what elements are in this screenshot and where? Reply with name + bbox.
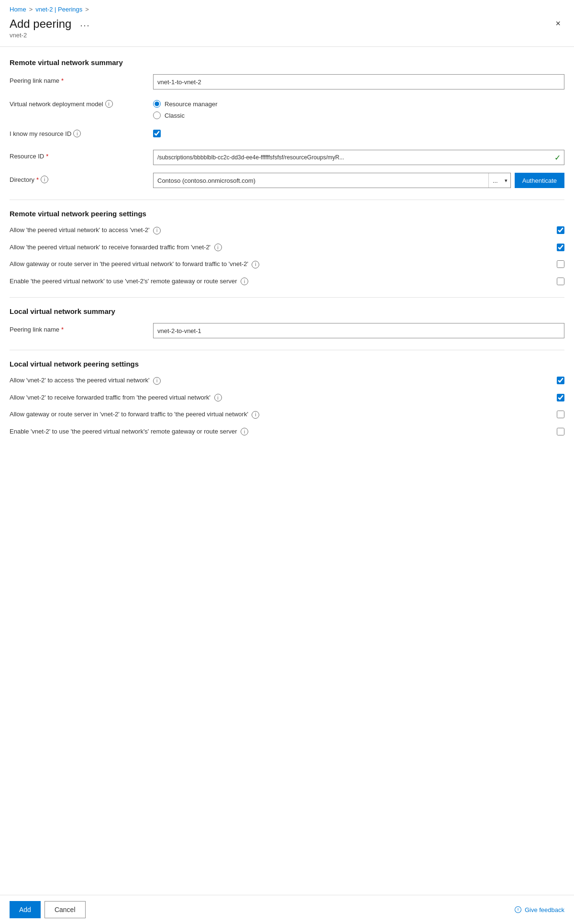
peering-link-name-input[interactable] [153,74,564,89]
know-resource-id-label: I know my resource ID i [10,127,153,137]
resource-id-label: Resource ID * [10,150,153,160]
remote-setting-row-3: Allow gateway or route server in 'the pe… [10,259,564,269]
bottom-bar: Add Cancel Give feedback [0,895,574,924]
local-peering-link-name-control [153,323,564,338]
feedback-link[interactable]: Give feedback [514,906,564,913]
breadcrumb-sep-1: > [29,6,33,13]
directory-info-icon[interactable]: i [41,176,48,183]
local-peering-link-name-input[interactable] [153,323,564,338]
local-peering-link-name-label: Peering link name * [10,323,153,333]
remote-summary-title: Remote virtual network summary [10,58,564,67]
directory-label: Directory * i [10,173,153,183]
local-setting-label-2: Allow 'vnet-2' to receive forwarded traf… [10,393,557,402]
remote-setting-row-4: Enable 'the peered virtual network' to u… [10,277,564,286]
remote-peering-section: Remote virtual network peering settings … [10,210,564,286]
remote-setting-1-info-icon[interactable]: i [153,227,161,234]
local-setting-row-4: Enable 'vnet-2' to use 'the peered virtu… [10,427,564,436]
deployment-model-info-icon[interactable]: i [105,100,113,108]
directory-select[interactable]: Contoso (contoso.onmicrosoft.com) [154,173,488,188]
page-title: Add peering [10,17,71,31]
directory-ellipsis-button[interactable]: ... [489,173,502,188]
main-content: Remote virtual network summary Peering l… [0,47,574,491]
breadcrumb-vnet-peerings[interactable]: vnet-2 | Peerings [35,6,82,13]
remote-setting-2-info-icon[interactable]: i [214,244,222,251]
divider-2 [10,297,564,298]
local-setting-2-info-icon[interactable]: i [214,394,222,401]
close-button[interactable]: × [552,17,564,31]
remote-peering-title: Remote virtual network peering settings [10,210,564,218]
directory-row: Directory * i Contoso (contoso.onmicroso… [10,173,564,188]
local-summary-section: Local virtual network summary Peering li… [10,307,564,338]
radio-classic-input[interactable] [153,111,161,119]
deployment-model-row: Virtual network deployment model i Resou… [10,97,564,119]
local-setting-label-3: Allow gateway or route server in 'vnet-2… [10,410,557,419]
breadcrumb-sep-2: > [85,6,89,13]
remote-setting-label-2: Allow 'the peered virtual network' to re… [10,243,557,252]
resource-id-row: Resource ID * ✓ [10,150,564,165]
peering-link-name-label: Peering link name * [10,74,153,84]
local-setting-row-1: Allow 'vnet-2' to access 'the peered vir… [10,376,564,385]
local-peering-link-name-row: Peering link name * [10,323,564,338]
local-setting-row-2: Allow 'vnet-2' to receive forwarded traf… [10,393,564,402]
remote-setting-checkbox-2[interactable] [557,244,564,251]
know-resource-id-row: I know my resource ID i [10,127,564,142]
deployment-model-label: Virtual network deployment model i [10,97,153,108]
know-resource-id-checkbox[interactable] [153,130,161,137]
resource-id-check-icon: ✓ [554,153,561,162]
radio-resource-manager[interactable]: Resource manager [153,100,564,108]
peering-link-name-control [153,74,564,89]
remote-setting-label-1: Allow 'the peered virtual network' to ac… [10,225,557,235]
remote-setting-checkbox-3[interactable] [557,260,564,268]
local-setting-1-info-icon[interactable]: i [153,377,161,385]
know-resource-id-info-icon[interactable]: i [73,130,81,137]
local-setting-checkbox-2[interactable] [557,394,564,401]
required-indicator: * [61,77,64,84]
local-required-indicator: * [61,326,64,333]
divider-1 [10,200,564,200]
local-summary-title: Local virtual network summary [10,307,564,315]
resource-id-input[interactable] [153,150,564,165]
directory-select-wrapper: Contoso (contoso.onmicrosoft.com) ... ▾ [153,173,511,188]
bottom-bar-left: Add Cancel [10,901,86,918]
remote-setting-checkbox-4[interactable] [557,278,564,285]
peering-link-name-row: Peering link name * [10,74,564,89]
breadcrumb-home[interactable]: Home [10,6,26,13]
directory-wrapper: Contoso (contoso.onmicrosoft.com) ... ▾ … [153,173,564,188]
deployment-model-radio-group: Resource manager Classic [153,97,564,119]
feedback-icon [514,906,522,913]
remote-setting-row-1: Allow 'the peered virtual network' to ac… [10,225,564,235]
remote-setting-3-info-icon[interactable]: i [252,261,259,268]
directory-required: * [36,176,39,183]
local-setting-label-1: Allow 'vnet-2' to access 'the peered vir… [10,376,557,385]
directory-control: Contoso (contoso.onmicrosoft.com) ... ▾ … [153,173,564,188]
remote-summary-section: Remote virtual network summary Peering l… [10,58,564,188]
local-peering-section: Local virtual network peering settings A… [10,360,564,436]
resource-id-control: ✓ [153,150,564,165]
authenticate-button[interactable]: Authenticate [515,173,564,188]
local-peering-title: Local virtual network peering settings [10,360,564,368]
remote-setting-4-info-icon[interactable]: i [241,278,248,285]
resource-id-wrapper: ✓ [153,150,564,165]
resource-id-required: * [46,153,48,160]
local-setting-checkbox-1[interactable] [557,377,564,384]
radio-classic[interactable]: Classic [153,111,564,119]
remote-setting-checkbox-1[interactable] [557,226,564,234]
radio-resource-manager-input[interactable] [153,100,161,108]
local-setting-checkbox-4[interactable] [557,428,564,435]
more-options-button[interactable]: ... [76,17,94,31]
local-setting-row-3: Allow gateway or route server in 'vnet-2… [10,410,564,419]
local-setting-checkbox-3[interactable] [557,411,564,418]
radio-classic-label: Classic [165,112,185,119]
add-button[interactable]: Add [10,901,41,918]
feedback-label: Give feedback [525,906,564,913]
know-resource-id-checkbox-wrapper [153,127,564,137]
directory-chevron-button[interactable]: ▾ [502,173,510,188]
deployment-model-control: Resource manager Classic [153,97,564,119]
radio-resource-manager-label: Resource manager [165,100,218,108]
page-header: Add peering ... × vnet-2 [0,17,574,47]
local-setting-4-info-icon[interactable]: i [241,428,248,435]
bottom-spacer [10,444,564,482]
divider-3 [10,350,564,350]
cancel-button[interactable]: Cancel [44,901,86,918]
local-setting-3-info-icon[interactable]: i [252,411,259,419]
